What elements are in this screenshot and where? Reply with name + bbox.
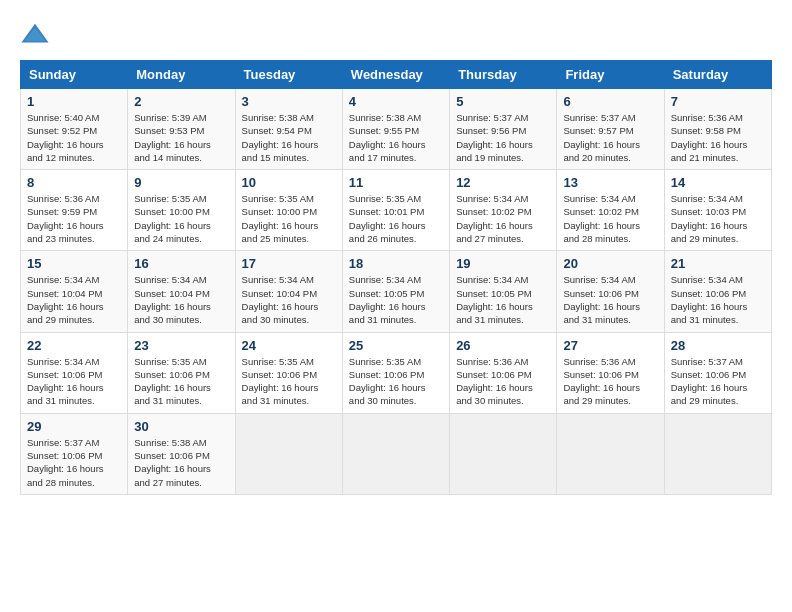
sunrise-label: Sunrise: 5:39 AM — [134, 112, 206, 123]
sunset-label: Sunset: 10:06 PM — [242, 369, 318, 380]
sunrise-label: Sunrise: 5:34 AM — [242, 274, 314, 285]
sunset-label: Sunset: 10:03 PM — [671, 206, 747, 217]
sunset-label: Sunset: 10:02 PM — [456, 206, 532, 217]
sunset-label: Sunset: 10:06 PM — [671, 369, 747, 380]
logo — [20, 20, 52, 50]
weekday-header-saturday: Saturday — [664, 61, 771, 89]
calendar-cell: 23 Sunrise: 5:35 AM Sunset: 10:06 PM Day… — [128, 332, 235, 413]
calendar-cell: 12 Sunrise: 5:34 AM Sunset: 10:02 PM Day… — [450, 170, 557, 251]
sunset-label: Sunset: 9:59 PM — [27, 206, 97, 217]
daylight-label: Daylight: 16 hours and 27 minutes. — [134, 463, 211, 487]
day-number: 20 — [563, 256, 657, 271]
sunrise-label: Sunrise: 5:35 AM — [349, 356, 421, 367]
cell-info: Sunrise: 5:34 AM Sunset: 10:04 PM Daylig… — [27, 273, 121, 326]
week-row-5: 29 Sunrise: 5:37 AM Sunset: 10:06 PM Day… — [21, 413, 772, 494]
sunrise-label: Sunrise: 5:34 AM — [27, 356, 99, 367]
calendar-cell: 11 Sunrise: 5:35 AM Sunset: 10:01 PM Day… — [342, 170, 449, 251]
daylight-label: Daylight: 16 hours and 17 minutes. — [349, 139, 426, 163]
cell-info: Sunrise: 5:34 AM Sunset: 10:04 PM Daylig… — [242, 273, 336, 326]
cell-info: Sunrise: 5:37 AM Sunset: 10:06 PM Daylig… — [27, 436, 121, 489]
day-number: 8 — [27, 175, 121, 190]
day-number: 11 — [349, 175, 443, 190]
day-number: 5 — [456, 94, 550, 109]
daylight-label: Daylight: 16 hours and 30 minutes. — [242, 301, 319, 325]
sunrise-label: Sunrise: 5:37 AM — [456, 112, 528, 123]
sunset-label: Sunset: 9:57 PM — [563, 125, 633, 136]
cell-info: Sunrise: 5:37 AM Sunset: 10:06 PM Daylig… — [671, 355, 765, 408]
cell-info: Sunrise: 5:34 AM Sunset: 10:06 PM Daylig… — [27, 355, 121, 408]
daylight-label: Daylight: 16 hours and 31 minutes. — [456, 301, 533, 325]
cell-info: Sunrise: 5:34 AM Sunset: 10:06 PM Daylig… — [563, 273, 657, 326]
calendar-cell: 3 Sunrise: 5:38 AM Sunset: 9:54 PM Dayli… — [235, 89, 342, 170]
daylight-label: Daylight: 16 hours and 23 minutes. — [27, 220, 104, 244]
daylight-label: Daylight: 16 hours and 15 minutes. — [242, 139, 319, 163]
sunset-label: Sunset: 10:06 PM — [27, 450, 103, 461]
day-number: 15 — [27, 256, 121, 271]
weekday-header-friday: Friday — [557, 61, 664, 89]
sunrise-label: Sunrise: 5:38 AM — [242, 112, 314, 123]
calendar-cell: 19 Sunrise: 5:34 AM Sunset: 10:05 PM Day… — [450, 251, 557, 332]
day-number: 19 — [456, 256, 550, 271]
sunrise-label: Sunrise: 5:34 AM — [349, 274, 421, 285]
sunrise-label: Sunrise: 5:38 AM — [134, 437, 206, 448]
day-number: 1 — [27, 94, 121, 109]
day-number: 22 — [27, 338, 121, 353]
calendar-cell — [664, 413, 771, 494]
sunset-label: Sunset: 10:06 PM — [349, 369, 425, 380]
sunrise-label: Sunrise: 5:40 AM — [27, 112, 99, 123]
cell-info: Sunrise: 5:34 AM Sunset: 10:05 PM Daylig… — [456, 273, 550, 326]
sunset-label: Sunset: 10:06 PM — [134, 450, 210, 461]
calendar-cell: 18 Sunrise: 5:34 AM Sunset: 10:05 PM Day… — [342, 251, 449, 332]
sunrise-label: Sunrise: 5:36 AM — [27, 193, 99, 204]
calendar-cell: 2 Sunrise: 5:39 AM Sunset: 9:53 PM Dayli… — [128, 89, 235, 170]
cell-info: Sunrise: 5:40 AM Sunset: 9:52 PM Dayligh… — [27, 111, 121, 164]
day-number: 29 — [27, 419, 121, 434]
weekday-header-tuesday: Tuesday — [235, 61, 342, 89]
sunset-label: Sunset: 10:04 PM — [242, 288, 318, 299]
daylight-label: Daylight: 16 hours and 30 minutes. — [134, 301, 211, 325]
daylight-label: Daylight: 16 hours and 20 minutes. — [563, 139, 640, 163]
cell-info: Sunrise: 5:35 AM Sunset: 10:06 PM Daylig… — [349, 355, 443, 408]
day-number: 9 — [134, 175, 228, 190]
week-row-1: 1 Sunrise: 5:40 AM Sunset: 9:52 PM Dayli… — [21, 89, 772, 170]
week-row-2: 8 Sunrise: 5:36 AM Sunset: 9:59 PM Dayli… — [21, 170, 772, 251]
sunset-label: Sunset: 10:05 PM — [349, 288, 425, 299]
cell-info: Sunrise: 5:34 AM Sunset: 10:02 PM Daylig… — [563, 192, 657, 245]
calendar-cell: 24 Sunrise: 5:35 AM Sunset: 10:06 PM Day… — [235, 332, 342, 413]
sunset-label: Sunset: 10:06 PM — [134, 369, 210, 380]
sunrise-label: Sunrise: 5:37 AM — [563, 112, 635, 123]
sunset-label: Sunset: 10:01 PM — [349, 206, 425, 217]
sunset-label: Sunset: 10:06 PM — [27, 369, 103, 380]
cell-info: Sunrise: 5:37 AM Sunset: 9:57 PM Dayligh… — [563, 111, 657, 164]
day-number: 24 — [242, 338, 336, 353]
daylight-label: Daylight: 16 hours and 27 minutes. — [456, 220, 533, 244]
daylight-label: Daylight: 16 hours and 28 minutes. — [563, 220, 640, 244]
sunset-label: Sunset: 10:02 PM — [563, 206, 639, 217]
daylight-label: Daylight: 16 hours and 30 minutes. — [349, 382, 426, 406]
sunrise-label: Sunrise: 5:35 AM — [242, 193, 314, 204]
daylight-label: Daylight: 16 hours and 12 minutes. — [27, 139, 104, 163]
day-number: 6 — [563, 94, 657, 109]
weekday-header-row: SundayMondayTuesdayWednesdayThursdayFrid… — [21, 61, 772, 89]
sunrise-label: Sunrise: 5:34 AM — [671, 274, 743, 285]
day-number: 14 — [671, 175, 765, 190]
calendar-cell: 27 Sunrise: 5:36 AM Sunset: 10:06 PM Day… — [557, 332, 664, 413]
calendar-cell: 30 Sunrise: 5:38 AM Sunset: 10:06 PM Day… — [128, 413, 235, 494]
calendar-table: SundayMondayTuesdayWednesdayThursdayFrid… — [20, 60, 772, 495]
cell-info: Sunrise: 5:37 AM Sunset: 9:56 PM Dayligh… — [456, 111, 550, 164]
sunset-label: Sunset: 10:06 PM — [563, 369, 639, 380]
calendar-cell: 9 Sunrise: 5:35 AM Sunset: 10:00 PM Dayl… — [128, 170, 235, 251]
cell-info: Sunrise: 5:36 AM Sunset: 9:59 PM Dayligh… — [27, 192, 121, 245]
sunrise-label: Sunrise: 5:34 AM — [27, 274, 99, 285]
sunrise-label: Sunrise: 5:36 AM — [456, 356, 528, 367]
daylight-label: Daylight: 16 hours and 29 minutes. — [563, 382, 640, 406]
daylight-label: Daylight: 16 hours and 14 minutes. — [134, 139, 211, 163]
weekday-header-monday: Monday — [128, 61, 235, 89]
sunrise-label: Sunrise: 5:36 AM — [563, 356, 635, 367]
calendar-cell: 1 Sunrise: 5:40 AM Sunset: 9:52 PM Dayli… — [21, 89, 128, 170]
day-number: 13 — [563, 175, 657, 190]
day-number: 7 — [671, 94, 765, 109]
cell-info: Sunrise: 5:39 AM Sunset: 9:53 PM Dayligh… — [134, 111, 228, 164]
cell-info: Sunrise: 5:34 AM Sunset: 10:06 PM Daylig… — [671, 273, 765, 326]
calendar-cell: 25 Sunrise: 5:35 AM Sunset: 10:06 PM Day… — [342, 332, 449, 413]
